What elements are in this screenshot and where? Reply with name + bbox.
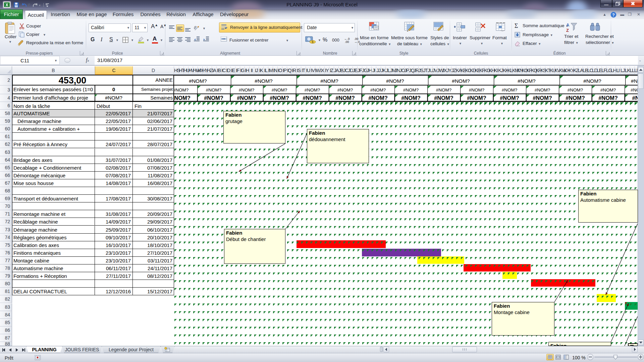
svg-text:#NOM?: #NOM? <box>255 78 273 84</box>
svg-text:#NOM?: #NOM? <box>434 95 453 101</box>
svg-text:#NOM?: #NOM? <box>403 87 419 93</box>
svg-text:#N: #N <box>631 78 638 84</box>
svg-text:#NOM?: #NOM? <box>174 87 189 93</box>
svg-text:#NOM?: #NOM? <box>272 87 287 93</box>
svg-text:#N: #N <box>632 95 638 101</box>
svg-text:#NOM?: #NOM? <box>303 95 322 101</box>
svg-text:#NOM?: #NOM? <box>500 95 519 101</box>
svg-text:#NOM?: #NOM? <box>600 87 616 93</box>
svg-text:Z: Z <box>566 28 569 33</box>
svg-text:#NOM?: #NOM? <box>452 78 470 84</box>
svg-text:#NOM?: #NOM? <box>436 87 452 93</box>
svg-text:?: ? <box>612 13 614 17</box>
svg-text:#NOM?: #NOM? <box>174 95 191 101</box>
svg-text:#NOM?: #NOM? <box>502 87 518 93</box>
svg-text:#NOM?: #NOM? <box>568 87 583 93</box>
svg-text:#NOM?: #NOM? <box>204 95 223 101</box>
svg-text:ab: ab <box>194 25 197 30</box>
svg-text:#NOM?: #NOM? <box>189 78 207 84</box>
svg-text:#NOM?: #NOM? <box>239 87 255 93</box>
svg-text:#NOM?: #NOM? <box>598 95 618 101</box>
svg-text:#NOM?: #NOM? <box>583 78 601 84</box>
svg-text:#NOM?: #NOM? <box>386 78 404 84</box>
svg-text:#NOM?: #NOM? <box>566 95 585 101</box>
svg-text:#NOM?: #NOM? <box>370 87 386 93</box>
svg-text:▾: ▾ <box>39 4 41 7</box>
svg-text:#NOM?: #NOM? <box>335 95 355 101</box>
svg-text:#NOM?: #NOM? <box>518 78 536 84</box>
svg-text:#NOM?: #NOM? <box>305 87 320 93</box>
svg-text:▾: ▾ <box>28 4 30 7</box>
svg-text:A: A <box>566 22 570 27</box>
svg-text:$: $ <box>312 40 313 44</box>
svg-text:#NOM?: #NOM? <box>535 87 550 93</box>
svg-text:#NOM?: #NOM? <box>320 78 338 84</box>
svg-text:.00: .00 <box>345 40 349 44</box>
svg-text:#NO: #NO <box>631 87 638 93</box>
svg-text:X: X <box>5 3 8 7</box>
svg-text:#NOM?: #NOM? <box>469 87 485 93</box>
svg-text:#NOM?: #NOM? <box>368 95 388 101</box>
svg-text:#NOM?: #NOM? <box>237 95 256 101</box>
svg-text:#NOM?: #NOM? <box>401 95 421 101</box>
svg-text:#NOM?: #NOM? <box>337 87 353 93</box>
svg-text:#NOM?: #NOM? <box>206 87 222 93</box>
svg-text:#NOM?: #NOM? <box>533 95 552 101</box>
svg-text:#NOM?: #NOM? <box>467 95 486 101</box>
svg-text:#NOM?: #NOM? <box>270 95 289 101</box>
